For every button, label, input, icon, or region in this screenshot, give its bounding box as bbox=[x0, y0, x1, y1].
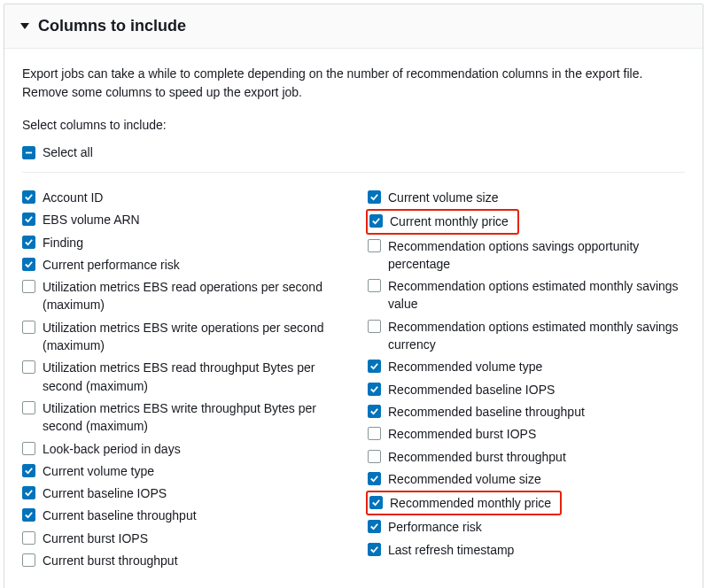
highlight-box: Recommended monthly price bbox=[366, 491, 562, 515]
column-option: Look-back period in days bbox=[22, 438, 339, 460]
column-option: Current burst IOPS bbox=[22, 528, 339, 550]
column-option: Utilization metrics EBS write operations… bbox=[22, 317, 339, 358]
select-columns-subhead: Select columns to include: bbox=[22, 118, 685, 132]
column-label[interactable]: Recommended volume size bbox=[388, 470, 547, 488]
column-checkbox[interactable] bbox=[368, 383, 381, 396]
column-checkbox[interactable] bbox=[22, 401, 35, 414]
column-checkbox[interactable] bbox=[22, 321, 35, 334]
column-label[interactable]: Recommendation options estimated monthly… bbox=[388, 318, 685, 354]
column-option: Current volume size bbox=[368, 187, 685, 209]
column-label[interactable]: Finding bbox=[43, 234, 89, 251]
panel-title: Columns to include bbox=[38, 17, 186, 35]
panel-body: Export jobs can take a while to complete… bbox=[4, 49, 703, 588]
column-checkbox[interactable] bbox=[22, 213, 35, 226]
column-label[interactable]: Recommended burst throughput bbox=[388, 448, 571, 466]
column-checkbox[interactable] bbox=[22, 360, 35, 374]
columns-right: Current volume sizeCurrent monthly price… bbox=[368, 187, 685, 572]
column-option: Recommendation options estimated monthly… bbox=[368, 316, 685, 357]
column-option: Current burst throughput bbox=[22, 550, 339, 572]
column-checkbox[interactable] bbox=[368, 472, 381, 485]
select-all-label[interactable]: Select all bbox=[43, 145, 93, 159]
column-label[interactable]: Performance risk bbox=[388, 518, 487, 536]
column-option: Recommendation options savings opportuni… bbox=[368, 236, 685, 276]
column-option: Current volume type bbox=[22, 460, 339, 483]
column-option: Recommended baseline IOPS bbox=[368, 379, 685, 401]
column-label[interactable]: Recommended monthly price bbox=[390, 494, 556, 512]
column-label[interactable]: Recommendation options savings opportuni… bbox=[388, 237, 685, 274]
column-checkbox[interactable] bbox=[368, 239, 381, 252]
column-option: Current performance risk bbox=[22, 254, 339, 276]
column-checkbox[interactable] bbox=[369, 214, 383, 228]
column-option: Current baseline IOPS bbox=[22, 483, 339, 505]
column-option: Recommended volume type bbox=[368, 356, 685, 378]
column-option: Utilization metrics EBS read operations … bbox=[22, 276, 339, 317]
svg-rect-0 bbox=[26, 152, 32, 154]
select-all-checkbox[interactable] bbox=[22, 146, 35, 159]
column-label[interactable]: Utilization metrics EBS read operations … bbox=[43, 278, 339, 314]
panel-header[interactable]: Columns to include bbox=[4, 4, 703, 49]
caret-down-icon bbox=[20, 23, 29, 29]
column-checkbox[interactable] bbox=[368, 405, 381, 418]
column-label[interactable]: Current baseline throughput bbox=[43, 507, 202, 524]
column-checkbox[interactable] bbox=[368, 279, 381, 292]
column-label[interactable]: Utilization metrics EBS write throughput… bbox=[43, 399, 339, 436]
column-option: Recommended burst IOPS bbox=[368, 423, 685, 445]
column-label[interactable]: Current baseline IOPS bbox=[43, 484, 172, 502]
column-checkbox[interactable] bbox=[22, 190, 35, 204]
column-option: Account ID bbox=[22, 187, 339, 209]
column-checkbox[interactable] bbox=[368, 520, 381, 533]
column-checkbox[interactable] bbox=[368, 190, 381, 204]
column-checkbox[interactable] bbox=[22, 442, 35, 455]
column-label[interactable]: Current volume type bbox=[43, 462, 159, 480]
column-label[interactable]: Current burst IOPS bbox=[43, 530, 153, 547]
column-label[interactable]: Utilization metrics EBS write operations… bbox=[43, 319, 339, 355]
column-label[interactable]: Current performance risk bbox=[43, 256, 185, 274]
column-checkbox[interactable] bbox=[368, 427, 381, 440]
column-option: EBS volume ARN bbox=[22, 209, 339, 231]
columns-grid: Account IDEBS volume ARNFindingCurrent p… bbox=[22, 187, 685, 572]
column-option: Recommended volume size bbox=[368, 468, 685, 491]
column-option: Recommended burst throughput bbox=[368, 446, 685, 468]
column-checkbox[interactable] bbox=[22, 508, 35, 522]
column-label[interactable]: Recommended baseline throughput bbox=[388, 403, 590, 421]
column-checkbox[interactable] bbox=[22, 464, 35, 477]
column-option: Current monthly price bbox=[368, 209, 685, 235]
column-label[interactable]: EBS volume ARN bbox=[43, 211, 145, 228]
column-label[interactable]: Recommended volume type bbox=[388, 358, 548, 375]
column-label[interactable]: Utilization metrics EBS read throughput … bbox=[43, 359, 339, 395]
column-option: Finding bbox=[22, 232, 339, 254]
column-label[interactable]: Recommendation options estimated monthly… bbox=[388, 277, 685, 313]
highlight-box: Current monthly price bbox=[366, 209, 519, 234]
column-label[interactable]: Last refresh timestamp bbox=[388, 541, 519, 559]
column-checkbox[interactable] bbox=[368, 320, 381, 333]
column-option: Utilization metrics EBS read throughput … bbox=[22, 357, 339, 398]
panel-description: Export jobs can take a while to complete… bbox=[22, 65, 685, 102]
column-checkbox[interactable] bbox=[22, 531, 35, 545]
column-option: Current baseline throughput bbox=[22, 505, 339, 527]
column-checkbox[interactable] bbox=[22, 553, 35, 567]
column-checkbox[interactable] bbox=[22, 486, 35, 499]
column-checkbox[interactable] bbox=[22, 258, 35, 271]
column-checkbox[interactable] bbox=[368, 450, 381, 463]
column-option: Recommended baseline throughput bbox=[368, 401, 685, 423]
column-checkbox[interactable] bbox=[368, 543, 381, 556]
column-label[interactable]: Current volume size bbox=[388, 189, 504, 206]
column-label[interactable]: Account ID bbox=[43, 189, 108, 206]
columns-to-include-panel: Columns to include Export jobs can take … bbox=[4, 4, 703, 588]
column-checkbox[interactable] bbox=[22, 236, 35, 249]
column-option: Recommendation options estimated monthly… bbox=[368, 275, 685, 316]
column-option: Utilization metrics EBS write throughput… bbox=[22, 398, 339, 438]
columns-left: Account IDEBS volume ARNFindingCurrent p… bbox=[22, 187, 339, 572]
column-option: Recommended monthly price bbox=[368, 491, 685, 516]
column-label[interactable]: Look-back period in days bbox=[43, 440, 186, 458]
column-label[interactable]: Recommended burst IOPS bbox=[388, 425, 541, 443]
column-checkbox[interactable] bbox=[368, 360, 381, 373]
column-label[interactable]: Current monthly price bbox=[390, 213, 514, 230]
column-label[interactable]: Current burst throughput bbox=[43, 552, 183, 569]
column-option: Performance risk bbox=[368, 516, 685, 538]
column-checkbox[interactable] bbox=[22, 280, 35, 293]
select-all-row: Select all bbox=[22, 144, 685, 173]
column-label[interactable]: Recommended baseline IOPS bbox=[388, 381, 560, 398]
column-option: Last refresh timestamp bbox=[368, 539, 685, 561]
column-checkbox[interactable] bbox=[369, 496, 383, 509]
